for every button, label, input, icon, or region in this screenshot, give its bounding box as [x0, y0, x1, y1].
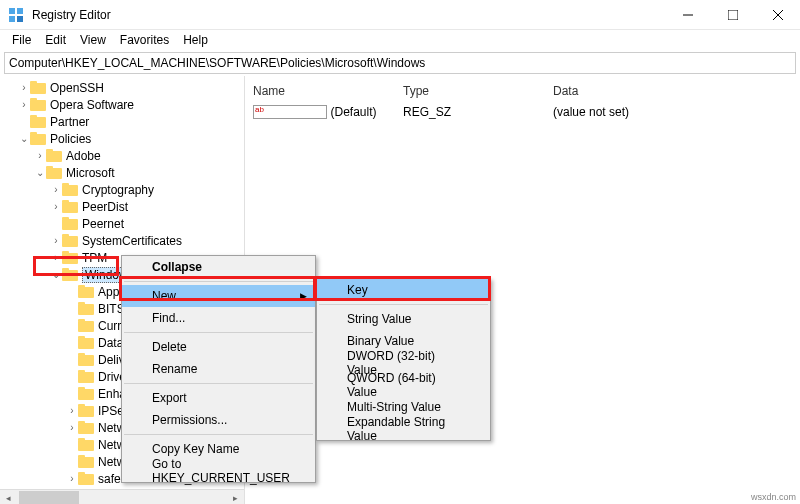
address-bar[interactable]: Computer\HKEY_LOCAL_MACHINE\SOFTWARE\Pol…: [4, 52, 796, 74]
svg-rect-20: [62, 185, 78, 196]
svg-rect-33: [78, 285, 85, 288]
menu-file[interactable]: File: [5, 31, 38, 49]
svg-rect-34: [78, 304, 94, 315]
list-row[interactable]: (Default) REG_SZ (value not set): [253, 102, 792, 122]
menubar: File Edit View Favorites Help: [0, 30, 800, 50]
window-controls: [665, 0, 800, 30]
svg-rect-0: [9, 8, 15, 14]
scroll-left-button[interactable]: ◂: [0, 490, 17, 505]
tree-label: Microsoft: [66, 166, 115, 180]
maximize-button[interactable]: [710, 0, 755, 30]
svg-rect-46: [78, 406, 94, 417]
svg-rect-38: [78, 338, 94, 349]
tree-label: Policies: [50, 132, 91, 146]
submenu: Key String Value Binary Value DWORD (32-…: [316, 278, 491, 441]
svg-rect-54: [78, 474, 94, 485]
svg-rect-32: [78, 287, 94, 298]
svg-rect-19: [46, 166, 53, 169]
tree-label: PeerDist: [82, 200, 128, 214]
tree-item[interactable]: ⌄Microsoft: [0, 164, 244, 181]
svg-rect-44: [78, 389, 94, 400]
svg-rect-24: [62, 219, 78, 230]
ctx-find[interactable]: Find...: [122, 307, 315, 329]
svg-rect-22: [62, 202, 78, 213]
tree-item[interactable]: ›PeerDist: [0, 198, 244, 215]
tree-item[interactable]: ⌄Policies: [0, 130, 244, 147]
menu-edit[interactable]: Edit: [38, 31, 73, 49]
ctx-export[interactable]: Export: [122, 387, 315, 409]
svg-rect-11: [30, 98, 37, 101]
address-text: Computer\HKEY_LOCAL_MACHINE\SOFTWARE\Pol…: [9, 56, 425, 70]
svg-rect-52: [78, 457, 94, 468]
svg-rect-50: [78, 440, 94, 451]
ctx-expandable-string-value[interactable]: Expandable String Value: [317, 418, 490, 440]
ctx-collapse[interactable]: Collapse: [122, 256, 315, 278]
ctx-goto-hkcu[interactable]: Go to HKEY_CURRENT_USER: [122, 460, 315, 482]
menu-view[interactable]: View: [73, 31, 113, 49]
separator: [124, 434, 313, 435]
svg-rect-9: [30, 81, 37, 84]
tree-label: Adobe: [66, 149, 101, 163]
submenu-arrow-icon: ▶: [300, 291, 307, 301]
cell-data: (value not set): [553, 105, 703, 119]
svg-rect-8: [30, 83, 46, 94]
tree-label: SystemCertificates: [82, 234, 182, 248]
string-value-icon: [253, 105, 327, 119]
ctx-permissions[interactable]: Permissions...: [122, 409, 315, 431]
col-type[interactable]: Type: [403, 84, 553, 98]
svg-rect-15: [30, 132, 37, 135]
svg-rect-13: [30, 115, 37, 118]
scroll-thumb[interactable]: [19, 491, 79, 505]
tree-item[interactable]: ›Adobe: [0, 147, 244, 164]
scroll-right-button[interactable]: ▸: [227, 490, 244, 505]
ctx-delete[interactable]: Delete: [122, 336, 315, 358]
svg-rect-28: [62, 253, 78, 264]
svg-rect-30: [62, 270, 78, 281]
tree-item[interactable]: ›Opera Software: [0, 96, 244, 113]
ctx-string-value[interactable]: String Value: [317, 308, 490, 330]
svg-rect-43: [78, 370, 85, 373]
tree-label: TPM: [82, 251, 107, 265]
cell-name: (Default): [253, 105, 403, 119]
tree-item[interactable]: ›OpenSSH: [0, 79, 244, 96]
cell-type: REG_SZ: [403, 105, 553, 119]
col-data[interactable]: Data: [553, 84, 703, 98]
ctx-qword-value[interactable]: QWORD (64-bit) Value: [317, 374, 490, 396]
menu-favorites[interactable]: Favorites: [113, 31, 176, 49]
tree-label: Peernet: [82, 217, 124, 231]
svg-rect-23: [62, 200, 69, 203]
svg-rect-37: [78, 319, 85, 322]
separator: [319, 304, 488, 305]
tree-item[interactable]: ›SystemCertificates: [0, 232, 244, 249]
svg-rect-26: [62, 236, 78, 247]
titlebar: Registry Editor: [0, 0, 800, 30]
menu-help[interactable]: Help: [176, 31, 215, 49]
app-icon: [8, 7, 24, 23]
svg-rect-21: [62, 183, 69, 186]
svg-rect-1: [17, 8, 23, 14]
watermark: wsxdn.com: [751, 492, 796, 502]
ctx-key[interactable]: Key: [317, 279, 490, 301]
svg-rect-12: [30, 117, 46, 128]
svg-rect-18: [46, 168, 62, 179]
tree-item[interactable]: Peernet: [0, 215, 244, 232]
tree-item[interactable]: Partner: [0, 113, 244, 130]
minimize-button[interactable]: [665, 0, 710, 30]
tree-item[interactable]: ›Cryptography: [0, 181, 244, 198]
svg-rect-48: [78, 423, 94, 434]
svg-rect-42: [78, 372, 94, 383]
ctx-rename[interactable]: Rename: [122, 358, 315, 380]
horizontal-scrollbar[interactable]: ◂ ▸: [0, 489, 244, 504]
ctx-new[interactable]: New▶: [122, 285, 315, 307]
window-title: Registry Editor: [32, 8, 665, 22]
svg-rect-41: [78, 353, 85, 356]
svg-rect-36: [78, 321, 94, 332]
svg-rect-45: [78, 387, 85, 390]
separator: [124, 332, 313, 333]
svg-rect-2: [9, 16, 15, 22]
close-button[interactable]: [755, 0, 800, 30]
tree-label: Partner: [50, 115, 89, 129]
col-name[interactable]: Name: [253, 84, 403, 98]
svg-rect-14: [30, 134, 46, 145]
svg-rect-39: [78, 336, 85, 339]
